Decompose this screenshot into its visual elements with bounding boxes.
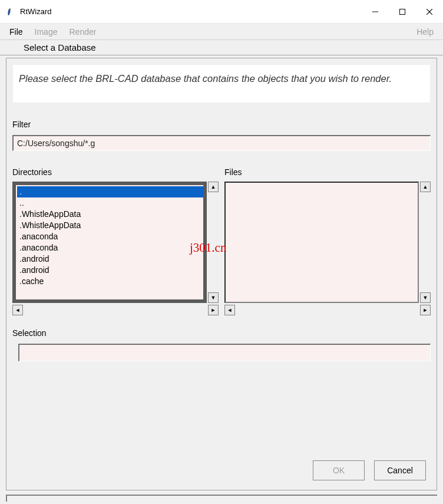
- window-title: RtWizard: [20, 7, 51, 16]
- directories-label: Directories: [12, 167, 219, 177]
- titlebar: RtWizard: [0, 0, 443, 24]
- list-item[interactable]: .WhistleAppData: [17, 220, 203, 231]
- svg-point-0: [9, 8, 11, 9]
- directories-pane: Directories ....WhistleAppData.WhistleAp…: [12, 167, 219, 315]
- instruction-text: Please select the BRL-CAD database that …: [12, 64, 431, 103]
- files-label: Files: [224, 167, 431, 177]
- files-vscrollbar[interactable]: ▲ ▼: [420, 182, 431, 303]
- svg-rect-2: [400, 9, 405, 14]
- list-item[interactable]: .anaconda: [17, 231, 203, 242]
- maximize-button[interactable]: [389, 0, 416, 23]
- scroll-up-icon[interactable]: ▲: [420, 182, 431, 192]
- scroll-down-icon[interactable]: ▼: [208, 292, 219, 303]
- list-item[interactable]: ..: [17, 197, 203, 209]
- section-title: Select a Database: [0, 40, 443, 55]
- directories-hscrollbar[interactable]: ◄ ►: [12, 305, 219, 315]
- menu-render[interactable]: Render: [63, 25, 102, 39]
- files-hscrollbar[interactable]: ◄ ►: [224, 305, 431, 315]
- scroll-down-icon[interactable]: ▼: [420, 292, 431, 303]
- selection-label: Selection: [12, 328, 431, 338]
- directories-vscrollbar[interactable]: ▲ ▼: [208, 182, 219, 303]
- content-frame: Please select the BRL-CAD database that …: [6, 58, 437, 490]
- scroll-right-icon[interactable]: ►: [420, 305, 431, 315]
- directories-listbox[interactable]: ....WhistleAppData.WhistleAppData.anacon…: [12, 182, 207, 303]
- minimize-button[interactable]: [362, 0, 389, 23]
- page: Select a Database Please select the BRL-…: [0, 40, 443, 490]
- scroll-left-icon[interactable]: ◄: [224, 305, 235, 315]
- menu-image[interactable]: Image: [29, 25, 64, 39]
- scroll-left-icon[interactable]: ◄: [12, 305, 23, 315]
- app-icon: [6, 7, 15, 17]
- close-button[interactable]: [416, 0, 443, 23]
- files-listbox[interactable]: [224, 182, 419, 303]
- files-pane: Files ▲ ▼ ◄ ►: [224, 167, 431, 315]
- scroll-right-icon[interactable]: ►: [208, 305, 219, 315]
- menu-help[interactable]: Help: [411, 25, 439, 39]
- filter-input[interactable]: [12, 135, 431, 151]
- scroll-up-icon[interactable]: ▲: [208, 182, 219, 192]
- cancel-button[interactable]: Cancel: [374, 460, 426, 480]
- status-bar: [6, 495, 437, 502]
- menu-file[interactable]: File: [4, 25, 29, 39]
- list-item[interactable]: .: [17, 186, 203, 197]
- list-item[interactable]: .android: [17, 253, 203, 265]
- list-item[interactable]: .WhistleAppData: [17, 209, 203, 220]
- menubar: File Image Render Help: [0, 24, 443, 40]
- list-item[interactable]: .cache: [17, 276, 203, 287]
- ok-button[interactable]: OK: [313, 460, 365, 480]
- window-controls: [362, 0, 443, 23]
- list-item[interactable]: .anaconda: [17, 242, 203, 253]
- selection-input[interactable]: [18, 344, 431, 361]
- list-item[interactable]: .android: [17, 265, 203, 276]
- filter-label: Filter: [12, 120, 431, 129]
